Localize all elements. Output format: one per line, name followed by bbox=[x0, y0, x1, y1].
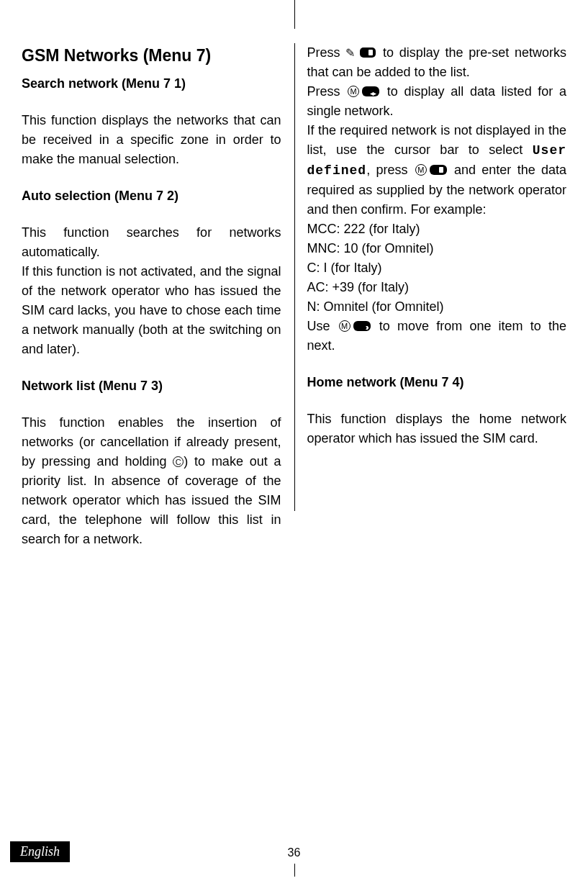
text-span: Use bbox=[307, 319, 338, 333]
body-text: This function displays the home network … bbox=[307, 410, 567, 448]
list-item: AC: +39 (for Italy) bbox=[307, 278, 567, 297]
text-span: Press bbox=[307, 45, 346, 60]
body-text: If this function is not activated, and t… bbox=[22, 262, 281, 359]
menu-arrows-icon: ◂▸ bbox=[348, 86, 379, 98]
subsection-heading: Network list (Menu 7 3) bbox=[22, 376, 281, 396]
menu-softkey-icon bbox=[415, 165, 447, 176]
body-text: Press to display the pre-set networks th… bbox=[307, 43, 567, 82]
page-footer: English 36 bbox=[0, 841, 588, 862]
list-item: MNC: 10 (for Omnitel) bbox=[307, 239, 567, 258]
list-item: N: Omnitel (for Omnitel) bbox=[307, 297, 567, 317]
text-span: If the required network is not displayed… bbox=[307, 123, 567, 157]
section-heading: GSM Networks (Menu 7) bbox=[22, 43, 281, 68]
subsection-heading: Home network (Menu 7 4) bbox=[307, 373, 567, 392]
c-key-icon: C bbox=[173, 456, 184, 467]
bottom-tick-mark bbox=[294, 864, 295, 877]
two-column-layout: GSM Networks (Menu 7) Search network (Me… bbox=[22, 43, 566, 566]
top-tick-mark bbox=[294, 0, 295, 29]
column-divider bbox=[294, 43, 295, 511]
body-text: This function displays the networks that… bbox=[22, 111, 281, 169]
page-number: 36 bbox=[288, 846, 301, 859]
body-text: This function enables the insertion of n… bbox=[22, 413, 281, 549]
subsection-heading: Auto selection (Menu 7 2) bbox=[22, 186, 281, 206]
left-column: GSM Networks (Menu 7) Search network (Me… bbox=[22, 43, 294, 566]
page-container: GSM Networks (Menu 7) Search network (Me… bbox=[0, 0, 588, 891]
pencil-softkey-icon bbox=[347, 48, 376, 59]
text-span: , press bbox=[366, 163, 414, 177]
text-span: Press bbox=[307, 84, 347, 99]
list-item: C: I (for Italy) bbox=[307, 258, 567, 278]
language-tab: English bbox=[10, 841, 70, 862]
right-column: Press to display the pre-set networks th… bbox=[294, 43, 567, 566]
body-text: This function searches for networks auto… bbox=[22, 223, 281, 262]
body-text: Press ◂▸ to display all data listed for … bbox=[307, 82, 567, 121]
list-item: MCC: 222 (for Italy) bbox=[307, 220, 567, 239]
menu-next-icon: ›› bbox=[339, 321, 371, 333]
subsection-heading: Search network (Menu 7 1) bbox=[22, 74, 281, 94]
body-text: Use ›› to move from one item to the next… bbox=[307, 317, 567, 356]
body-text: If the required network is not displayed… bbox=[307, 121, 567, 220]
